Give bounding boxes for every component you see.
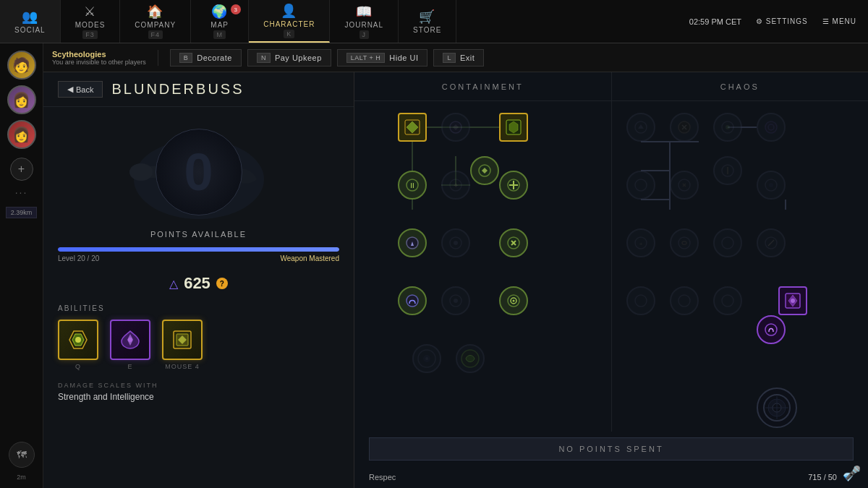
nav-store-label: STORE bbox=[413, 26, 441, 34]
skill-chaos-3[interactable] bbox=[713, 113, 742, 142]
nav-social[interactable]: 👥 SOCIAL bbox=[0, 0, 61, 43]
skill-chaos-10[interactable] bbox=[670, 228, 699, 257]
sidebar-more[interactable]: ··· bbox=[15, 187, 28, 198]
journal-key: J bbox=[359, 30, 370, 39]
skill-containment-3[interactable] bbox=[499, 113, 528, 142]
map-icon: 🌍 bbox=[211, 4, 228, 20]
svg-point-5 bbox=[128, 338, 132, 342]
skill-chaos-11[interactable] bbox=[713, 228, 742, 257]
skill-chaos-4[interactable] bbox=[757, 113, 786, 142]
svg-point-4 bbox=[75, 337, 81, 343]
skill-containment-15[interactable] bbox=[456, 344, 485, 373]
skill-containment-2[interactable] bbox=[441, 113, 470, 142]
skill-chaos-1[interactable] bbox=[626, 113, 655, 142]
skill-containment-6[interactable] bbox=[470, 156, 499, 185]
skill-containment-1[interactable] bbox=[398, 113, 427, 142]
distance-label: 2m bbox=[17, 474, 26, 481]
level-bar-area: Level 20 / 20 Weapon Mastered bbox=[58, 247, 339, 262]
exit-key: L bbox=[443, 53, 456, 63]
skill-chaos-special[interactable] bbox=[778, 286, 807, 315]
skill-chaos-6[interactable] bbox=[670, 171, 699, 200]
hide-ui-label: Hide UI bbox=[389, 53, 418, 62]
skill-containment-13[interactable] bbox=[499, 286, 528, 315]
skill-chaos-8[interactable] bbox=[757, 171, 786, 200]
profile-name: Scytheologies bbox=[52, 50, 146, 59]
character-icon: 👤 bbox=[281, 3, 297, 19]
skill-containment-11[interactable] bbox=[398, 286, 427, 315]
nav-map-label: MAP bbox=[210, 21, 229, 29]
nav-journal-label: JOURNAL bbox=[344, 21, 383, 29]
avatar-2[interactable]: 👩 bbox=[7, 85, 36, 114]
pay-upkeep-button[interactable]: N Pay Upkeep bbox=[247, 49, 331, 67]
skill-chaos-7[interactable] bbox=[713, 156, 742, 185]
modes-key: F3 bbox=[82, 30, 98, 39]
points-zero: 0 bbox=[184, 146, 213, 198]
nav-character[interactable]: 👤 CHARACTER K bbox=[249, 0, 330, 43]
chaos-title: CHAOS bbox=[612, 72, 869, 100]
skill-chaos-13[interactable] bbox=[626, 286, 655, 315]
prestige-help-button[interactable]: ? bbox=[216, 278, 228, 289]
skill-containment-4[interactable]: ⏸ bbox=[398, 171, 427, 200]
skill-containment-7[interactable] bbox=[499, 171, 528, 200]
ability-slot-2: E bbox=[110, 320, 150, 370]
skill-containment-9[interactable] bbox=[441, 228, 470, 257]
ability-2-key: E bbox=[127, 363, 132, 370]
pay-upkeep-key: N bbox=[257, 53, 271, 63]
social-icon: 👥 bbox=[22, 9, 38, 25]
skill-chaos-2[interactable] bbox=[670, 113, 699, 142]
svg-point-43 bbox=[513, 300, 515, 302]
nav-modes[interactable]: ⚔ MODES F3 bbox=[61, 0, 121, 43]
decorate-button[interactable]: B Decorate bbox=[170, 49, 242, 67]
nav-company[interactable]: 🏠 COMPANY F4 bbox=[120, 0, 191, 43]
modes-icon: ⚔ bbox=[84, 4, 96, 20]
prestige-row: △ 625 ? bbox=[169, 274, 228, 293]
exit-label: Exit bbox=[460, 53, 475, 62]
skill-containment-14[interactable] bbox=[412, 344, 441, 373]
exit-button[interactable]: L Exit bbox=[433, 49, 484, 67]
nav-store[interactable]: 🛒 STORE bbox=[399, 0, 456, 43]
skill-chaos-14[interactable] bbox=[670, 286, 699, 315]
ability-2-icon[interactable] bbox=[110, 320, 150, 360]
skill-chaos-5[interactable] bbox=[626, 171, 655, 200]
back-button[interactable]: ◀ Back bbox=[58, 81, 103, 98]
menu-label[interactable]: ☰ MENU bbox=[822, 17, 856, 25]
skill-chaos-16[interactable] bbox=[757, 315, 786, 344]
nav-modes-label: MODES bbox=[75, 21, 106, 29]
respec-label[interactable]: Respec bbox=[369, 473, 396, 481]
microphone-icon: 🎤 bbox=[845, 465, 861, 481]
weapon-mastered-label: Weapon Mastered bbox=[280, 254, 339, 262]
skill-containment-12[interactable] bbox=[441, 286, 470, 315]
skill-containment-10[interactable] bbox=[499, 228, 528, 257]
containment-section: ⏸ ✦ bbox=[354, 101, 612, 432]
settings-label[interactable]: ⚙ SETTINGS bbox=[756, 17, 808, 25]
svg-point-87 bbox=[678, 295, 690, 307]
weapon-header: ◀ Back BLUNDERBUSS bbox=[43, 72, 354, 107]
weapon-panel: ◀ Back BLUNDERBUSS bbox=[43, 72, 354, 488]
avatar-1[interactable]: 🧑 bbox=[7, 51, 36, 80]
ability-3-icon[interactable] bbox=[162, 320, 203, 360]
svg-point-70 bbox=[765, 121, 777, 133]
skill-chaos-12[interactable] bbox=[757, 228, 786, 257]
weapon-circle: 0 bbox=[156, 129, 242, 215]
skill-chaos-9[interactable]: + bbox=[626, 228, 655, 257]
skill-containment-5[interactable]: ✦ bbox=[441, 171, 470, 200]
abilities-label: ABILITIES bbox=[58, 304, 105, 312]
hide-ui-button[interactable]: LALT + H Hide UI bbox=[337, 49, 428, 67]
nav-map[interactable]: 3 🌍 MAP M bbox=[191, 0, 249, 43]
avatar-3[interactable]: 👩 bbox=[7, 120, 36, 149]
add-player-button[interactable]: + bbox=[10, 158, 33, 181]
nav-journal[interactable]: 📖 JOURNAL J bbox=[330, 0, 399, 43]
level-info: Level 20 / 20 Weapon Mastered bbox=[58, 254, 339, 262]
main-content: Scytheologies You are invisible to other… bbox=[43, 43, 868, 488]
skill-containment-8[interactable] bbox=[398, 228, 427, 257]
minimap-icon[interactable]: 🗺 bbox=[9, 442, 35, 468]
clock: 02:59 PM CET bbox=[689, 17, 741, 26]
skill-chaos-15[interactable] bbox=[713, 286, 742, 315]
ability-1-icon[interactable] bbox=[58, 320, 98, 360]
map-key: M bbox=[213, 30, 226, 39]
svg-point-3 bbox=[129, 163, 153, 181]
respec-row: Respec 715 / 50 💎 bbox=[354, 466, 868, 488]
skill-chaos-large[interactable] bbox=[757, 388, 797, 428]
journal-icon: 📖 bbox=[356, 4, 373, 20]
company-key: F4 bbox=[148, 30, 163, 39]
